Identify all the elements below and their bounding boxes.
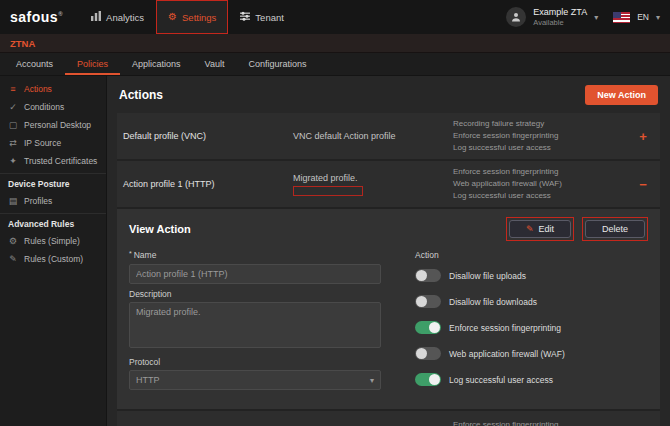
view-action-title: View Action [129,223,191,235]
action-features: Enforce session fingerprinting Web appli… [453,166,632,202]
protocol-value: HTTP [136,375,160,385]
person-icon [510,11,522,23]
nav-settings[interactable]: ⚙ Settings [156,0,228,34]
breadcrumb: ZTNA [10,38,35,49]
main-content: Actions New Action Default profile (VNC)… [107,76,670,426]
toggle-log-successful-user-access[interactable] [415,373,441,386]
nav-analytics[interactable]: Analytics [79,0,156,34]
pencil-icon: ✎ [526,224,534,234]
nav-tenant-label: Tenant [255,12,284,23]
toggle-enforce-session-fingerprinting[interactable] [415,321,441,334]
toggle-row-disallow-file-uploads: Disallow file uploads [415,269,648,282]
action-features: Recording failure strategy Enforce sessi… [453,118,632,154]
sidebar-item-label: Conditions [24,102,64,112]
toggle-row-enforce-session-fingerprinting: Enforce session fingerprinting [415,321,648,334]
toggle-label: Disallow file uploads [449,271,526,281]
collapse-icon[interactable]: − [632,177,654,192]
sidebar-item-profiles[interactable]: ▤ Profiles [0,192,106,210]
user-name: Example ZTA [533,7,587,18]
sliders-icon [240,11,250,23]
toggle-row-disallow-file-downloads: Disallow file downloads [415,295,648,308]
ip-source-icon: ⇄ [8,139,18,148]
select-chevron-down-icon: ▾ [370,376,374,385]
annotation-box-edit: ✎ Edit [506,217,574,241]
language-selector[interactable]: EN [637,12,649,22]
profiles-icon: ▤ [8,197,18,206]
tab-bar: Accounts Policies Applications Vault Con… [0,53,670,76]
action-row-action-profile-2-vnc[interactable]: Action profile 2 (VNC) Migrated profile.… [117,411,660,426]
sidebar-section-device-posture: Device Posture [0,173,106,192]
top-bar: safous® Analytics ⚙ Settings Tenant Exam… [0,0,670,34]
protocol-select[interactable]: HTTP ▾ [129,370,381,390]
certificate-icon: ✦ [8,157,18,166]
us-flag-icon [613,12,630,23]
rules-custom-icon: ✎ [8,255,18,264]
sidebar-item-ip-source[interactable]: ⇄ IP Source [0,134,106,152]
nav-analytics-label: Analytics [106,12,144,23]
page-title: Actions [119,88,163,102]
action-column-label: Action [415,250,648,260]
user-status: Available [533,18,587,27]
action-description: Migrated profile. [293,173,453,196]
sidebar-item-label: Actions [24,84,52,94]
breadcrumb-bar: ZTNA [0,34,670,53]
desktop-icon: ▢ [8,121,18,130]
action-row-action-profile-1-http[interactable]: Action profile 1 (HTTP) Migrated profile… [117,161,660,209]
tab-applications[interactable]: Applications [120,53,193,75]
tab-policies[interactable]: Policies [65,53,120,75]
required-asterisk: * [129,250,132,257]
user-info[interactable]: Example ZTA Available [533,7,587,27]
annotation-box-delete: Delete [582,217,648,241]
tab-accounts[interactable]: Accounts [4,53,65,75]
sidebar-item-label: Rules (Simple) [24,236,80,246]
sidebar-item-conditions[interactable]: ✓ Conditions [0,98,106,116]
nav-tenant[interactable]: Tenant [228,0,296,34]
language-chevron-down-icon[interactable]: ▾ [656,13,660,22]
sidebar-item-label: Trusted Certificates [24,156,97,166]
toggle-label: Log successful user access [449,375,553,385]
view-action-panel: View Action ✎ Edit Delete [117,209,660,411]
action-row-default-profile-vnc[interactable]: Default profile (VNC) VNC default Action… [117,113,660,161]
sidebar-item-label: IP Source [24,138,61,148]
toggle-label: Disallow file downloads [449,297,537,307]
toggle-label: Enforce session fingerprinting [449,323,561,333]
annotation-box [293,186,363,196]
gear-icon: ⚙ [168,12,177,22]
sidebar-section-advanced-rules: Advanced Rules [0,213,106,232]
toggle-waf[interactable] [415,347,441,360]
sidebar-item-rules-custom[interactable]: ✎ Rules (Custom) [0,250,106,268]
name-field[interactable] [129,264,381,284]
description-field[interactable]: Migrated profile. [129,302,381,348]
sidebar: ≡ Actions ✓ Conditions ▢ Personal Deskto… [0,76,107,426]
actions-icon: ≡ [8,85,18,94]
tab-configurations[interactable]: Configurations [236,53,318,75]
toggle-disallow-file-uploads[interactable] [415,269,441,282]
sidebar-item-rules-simple[interactable]: ⚙ Rules (Simple) [0,232,106,250]
toggle-label: Web application firewall (WAF) [449,349,565,359]
expand-icon[interactable]: + [632,129,654,144]
nav-settings-label: Settings [182,12,216,23]
sidebar-item-label: Rules (Custom) [24,254,83,264]
protocol-label: Protocol [129,357,381,367]
sidebar-item-trusted-certificates[interactable]: ✦ Trusted Certificates [0,152,106,170]
edit-button[interactable]: ✎ Edit [509,220,571,238]
conditions-icon: ✓ [8,103,18,112]
name-label: *Name [129,250,381,260]
description-label: Description [129,289,381,299]
safous-logo: safous® [10,9,63,25]
action-name: Action profile 1 (HTTP) [123,179,293,189]
sidebar-item-personal-desktop[interactable]: ▢ Personal Desktop [0,116,106,134]
user-area: Example ZTA Available ▾ EN ▾ [506,7,660,27]
registered-mark: ® [58,11,63,17]
chevron-down-icon[interactable]: ▾ [594,13,598,22]
tab-vault[interactable]: Vault [193,53,237,75]
sidebar-item-label: Personal Desktop [24,120,91,130]
delete-button[interactable]: Delete [585,220,645,238]
avatar[interactable] [506,7,526,27]
new-action-button[interactable]: New Action [585,85,658,105]
toggle-row-waf: Web application firewall (WAF) [415,347,648,360]
bar-chart-icon [91,11,101,23]
toggle-disallow-file-downloads[interactable] [415,295,441,308]
rules-simple-icon: ⚙ [8,237,18,246]
sidebar-item-actions[interactable]: ≡ Actions [0,80,106,98]
